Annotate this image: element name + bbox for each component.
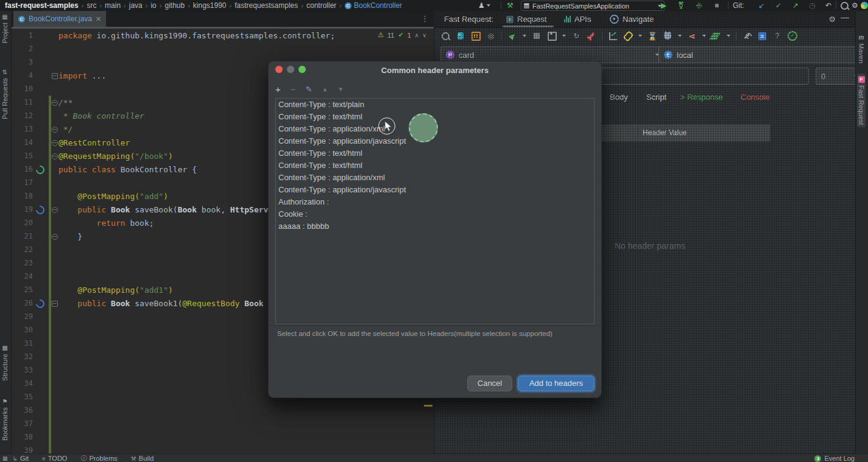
mac-zoom-button[interactable] <box>298 66 306 73</box>
header-param-item[interactable]: Content-Type : text/html <box>276 159 594 172</box>
clean-icon[interactable] <box>587 31 596 41</box>
user-icon[interactable]: ♟ <box>478 1 490 10</box>
remove-icon[interactable]: − <box>291 84 296 94</box>
header-param-item[interactable]: Cookie : <box>276 208 594 220</box>
fast-request-gutter-icon[interactable] <box>34 298 46 310</box>
chart-icon[interactable] <box>608 31 618 41</box>
search-icon[interactable] <box>440 31 450 41</box>
header-param-item[interactable]: Content-Type : application/javascript <box>276 184 594 196</box>
move-up-icon[interactable]: ▲ <box>322 86 328 93</box>
fold-icon[interactable] <box>52 140 58 146</box>
breadcrumb-item[interactable]: github <box>164 1 185 10</box>
toolwindow-bookmarks[interactable]: ⚑ Bookmarks <box>1 398 9 441</box>
breadcrumb-item[interactable]: java <box>129 1 143 10</box>
link-icon[interactable] <box>623 31 633 41</box>
mac-close-button[interactable] <box>275 66 283 73</box>
save-icon[interactable] <box>547 31 557 41</box>
chevron-down-icon[interactable] <box>678 35 682 37</box>
code-line[interactable]: 36 <box>11 404 434 417</box>
close-icon[interactable]: ✕ <box>96 15 101 23</box>
chevron-down-icon[interactable] <box>638 35 642 37</box>
fold-icon[interactable] <box>52 73 58 79</box>
toolwindow-switcher-icon[interactable]: ▦ <box>2 455 8 461</box>
statusbar-build[interactable]: ⚒Build <box>131 455 153 462</box>
gear-icon[interactable]: ⚙ <box>828 15 836 24</box>
subtab-response[interactable]: > Response <box>680 93 723 102</box>
move-down-icon[interactable]: ▼ <box>337 86 344 93</box>
run-configuration-select[interactable]: FastRequestSamplesApplication <box>521 1 665 11</box>
header-param-item[interactable]: Content-Type : application/javascript <box>276 135 594 147</box>
fast-request-gutter-icon[interactable] <box>34 204 46 216</box>
breadcrumb-item[interactable]: fastrequestsamples <box>235 1 298 10</box>
toolwindow-structure[interactable]: ▩ Structure <box>1 345 9 381</box>
run-icon[interactable]: ▶ <box>661 1 666 10</box>
env-settings-icon[interactable] <box>471 31 481 41</box>
target-icon[interactable]: ◎ <box>486 31 496 41</box>
breadcrumb-class[interactable]: CBookController <box>345 1 402 10</box>
code-line[interactable]: 2 <box>11 42 434 55</box>
fold-icon[interactable] <box>52 234 58 240</box>
header-param-item[interactable]: aaaaa : bbbbb <box>276 220 594 233</box>
chevron-down-icon[interactable] <box>702 35 706 37</box>
timeout-icon[interactable]: ⌛ <box>647 31 657 41</box>
fold-icon[interactable] <box>52 153 58 159</box>
tab-request[interactable]: Request <box>506 15 546 24</box>
wrench-icon[interactable] <box>742 31 752 41</box>
toolwindow-project[interactable]: ▦ Project <box>1 13 9 43</box>
help-icon[interactable]: ? <box>772 31 782 41</box>
fold-icon[interactable] <box>52 207 58 213</box>
code-line[interactable]: 39 <box>11 444 434 453</box>
statusbar-problems[interactable]: ⓘProblems <box>80 454 117 462</box>
statusbar-todo[interactable]: ≡TODO <box>42 455 67 462</box>
breadcrumb-item[interactable]: main <box>105 1 121 10</box>
toolwindow-pull-requests[interactable]: ⇅ Pull Requests <box>1 69 9 119</box>
subtab-script[interactable]: Script <box>646 93 666 102</box>
cancel-button[interactable]: Cancel <box>467 376 512 391</box>
header-param-item[interactable]: Authorization : <box>276 196 594 208</box>
fast-request-gutter-icon[interactable] <box>34 164 46 176</box>
share-icon[interactable]: ⋖ <box>687 31 697 41</box>
git-update-icon[interactable]: ↙ <box>758 1 764 10</box>
settings-gear-icon[interactable]: ⚙ <box>852 1 858 10</box>
build-hammer-icon[interactable]: ⚒ <box>507 1 513 10</box>
statusbar-git[interactable]: ↳Git <box>13 455 29 462</box>
ide-sphere-icon[interactable] <box>861 1 868 10</box>
event-log[interactable]: 3 Event Log <box>814 455 855 462</box>
stop-icon[interactable] <box>532 31 542 41</box>
connection-icon[interactable] <box>456 31 465 41</box>
minimize-icon[interactable]: — <box>841 12 849 22</box>
chevron-down-icon[interactable] <box>562 35 566 37</box>
send-icon[interactable]: ▶ <box>506 29 520 43</box>
breadcrumb-item[interactable]: src <box>86 1 96 10</box>
rollback-icon[interactable]: ↶ <box>825 1 831 10</box>
mac-minimize-button[interactable] <box>287 66 294 73</box>
code-line[interactable]: 37 <box>11 417 434 430</box>
tab-navigate[interactable]: Navigate <box>610 15 654 24</box>
header-param-item[interactable]: Content-Type : application/xml <box>276 172 594 184</box>
breadcrumb-item[interactable]: io <box>150 1 156 10</box>
chevron-down-icon[interactable] <box>523 35 526 37</box>
breadcrumb-item[interactable]: kings1990 <box>193 1 227 10</box>
stop-icon[interactable]: ■ <box>715 1 719 10</box>
plugin-ok-icon[interactable]: ✓ <box>788 31 797 41</box>
fold-icon[interactable] <box>52 127 58 133</box>
add-icon[interactable]: + <box>275 84 281 94</box>
header-param-item[interactable]: Content-Type : text/html <box>276 147 594 159</box>
editor-tab[interactable]: C BookController.java ✕ <box>13 11 106 27</box>
breadcrumb-project[interactable]: fast-request-samples <box>5 1 79 10</box>
profiler-icon[interactable]: ⎆ <box>696 1 702 10</box>
toolwindow-maven[interactable]: m Maven <box>858 34 865 63</box>
breadcrumb-item[interactable]: controller <box>306 1 336 10</box>
fold-icon[interactable] <box>52 301 58 307</box>
chevron-down-icon[interactable] <box>727 35 730 37</box>
add-to-headers-button[interactable]: Add to headers <box>518 376 595 391</box>
debug-icon[interactable]: ⚧ <box>678 1 684 10</box>
retry-icon[interactable]: ↻ <box>571 31 581 41</box>
toolwindow-fast-request[interactable]: F Fast Request <box>857 74 866 127</box>
git-push-icon[interactable]: ↗ <box>792 1 799 10</box>
translate-icon[interactable]: a <box>757 31 767 41</box>
kebab-menu-icon[interactable]: ⋮ <box>421 14 429 23</box>
search-everywhere-icon[interactable] <box>841 1 849 10</box>
stack-icon[interactable] <box>711 31 721 41</box>
github-icon[interactable] <box>663 31 672 41</box>
